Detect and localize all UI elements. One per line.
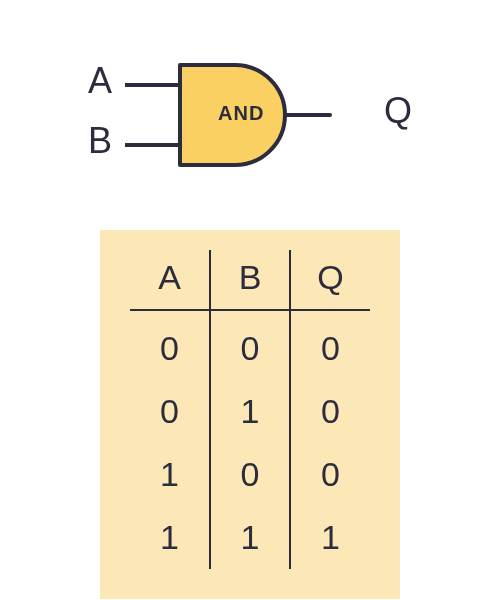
cell: 0 [210, 310, 290, 380]
cell: 1 [130, 506, 210, 569]
cell: 0 [210, 443, 290, 506]
table-row: 0 1 0 [130, 380, 370, 443]
gate-label: AND [218, 102, 264, 125]
cell: 0 [130, 380, 210, 443]
cell: 0 [290, 380, 370, 443]
cell: 1 [130, 443, 210, 506]
cell: 0 [130, 310, 210, 380]
table-row: 1 1 1 [130, 506, 370, 569]
table-header-row: A B Q [130, 250, 370, 310]
col-header-a: A [130, 250, 210, 310]
col-header-q: Q [290, 250, 370, 310]
table-row: 0 0 0 [130, 310, 370, 380]
input-label-a: A [88, 60, 112, 102]
input-label-b: B [88, 120, 112, 162]
col-header-b: B [210, 250, 290, 310]
output-label-q: Q [384, 90, 412, 132]
cell: 1 [210, 506, 290, 569]
cell: 0 [290, 310, 370, 380]
table-body: 0 0 0 0 1 0 1 0 0 1 1 1 [130, 310, 370, 569]
cell: 1 [210, 380, 290, 443]
cell: 0 [290, 443, 370, 506]
truth-table-grid: A B Q 0 0 0 0 1 0 1 0 0 1 1 [130, 250, 370, 569]
cell: 1 [290, 506, 370, 569]
and-gate-diagram: A B Q AND [80, 50, 420, 190]
table-row: 1 0 0 [130, 443, 370, 506]
truth-table: A B Q 0 0 0 0 1 0 1 0 0 1 1 [100, 230, 400, 599]
